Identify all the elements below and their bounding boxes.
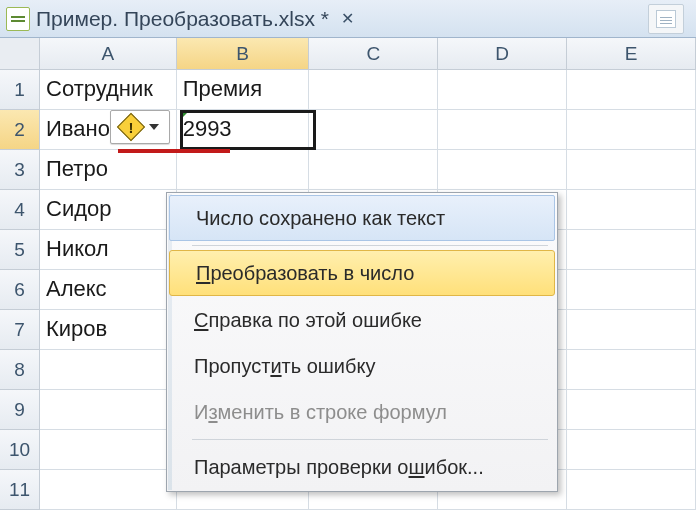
menu-item-error-checking-options[interactable]: Параметры проверки ошибок...: [168, 444, 556, 490]
row-header-8[interactable]: 8: [0, 350, 40, 390]
cell-B1[interactable]: Премия: [177, 70, 310, 110]
cell-B3[interactable]: [177, 150, 310, 190]
menu-item-help-on-error[interactable]: Справка по этой ошибке: [168, 297, 556, 343]
dropdown-arrow-icon: [149, 124, 159, 130]
row-header-7[interactable]: 7: [0, 310, 40, 350]
cell-B2[interactable]: 2993: [177, 110, 310, 150]
col-header-D[interactable]: D: [438, 38, 567, 70]
cell-A9[interactable]: [40, 390, 177, 430]
row-header-1[interactable]: 1: [0, 70, 40, 110]
window-title: Пример. Преобразовать.xlsx *: [36, 7, 329, 31]
row-header-10[interactable]: 10: [0, 430, 40, 470]
error-triangle-icon: [180, 110, 190, 120]
cell-E4[interactable]: [567, 190, 696, 230]
menu-item-convert-to-number[interactable]: Преобразовать в число: [169, 250, 555, 296]
select-all-corner[interactable]: [0, 38, 40, 70]
cell-A1[interactable]: Сотрудник: [40, 70, 177, 110]
error-context-menu: Число сохранено как текст Преобразовать …: [166, 192, 558, 492]
row-header-3[interactable]: 3: [0, 150, 40, 190]
menu-item-label: Параметры проверки ошибок...: [194, 456, 484, 479]
row-header-11[interactable]: 11: [0, 470, 40, 510]
menu-item-label: Преобразовать в число: [196, 262, 414, 285]
menu-item-label: Изменить в строке формул: [194, 401, 447, 424]
menu-item-label: Пропустить ошибку: [194, 355, 375, 378]
cell-A6[interactable]: Алекс: [40, 270, 177, 310]
close-tab-button[interactable]: ✕: [337, 9, 357, 29]
column-headers: A B C D E: [40, 38, 696, 70]
menu-item-label: Справка по этой ошибке: [194, 309, 422, 332]
cell-E9[interactable]: [567, 390, 696, 430]
cell-E8[interactable]: [567, 350, 696, 390]
cell-E1[interactable]: [567, 70, 696, 110]
window-titlebar: Пример. Преобразовать.xlsx * ✕: [0, 0, 696, 38]
cell-E3[interactable]: [567, 150, 696, 190]
annotation-redline: [118, 149, 230, 153]
cell-D1[interactable]: [438, 70, 567, 110]
cell-A8[interactable]: [40, 350, 177, 390]
cell-C2[interactable]: [309, 110, 438, 150]
row-header-2[interactable]: 2: [0, 110, 40, 150]
col-header-C[interactable]: C: [309, 38, 438, 70]
cell-C1[interactable]: [309, 70, 438, 110]
col-header-B[interactable]: B: [177, 38, 310, 70]
cell-C3[interactable]: [309, 150, 438, 190]
cell-A10[interactable]: [40, 430, 177, 470]
warning-diamond-icon: !: [117, 113, 145, 141]
col-header-E[interactable]: E: [567, 38, 696, 70]
menu-header-number-stored-as-text: Число сохранено как текст: [169, 195, 555, 241]
cell-E2[interactable]: [567, 110, 696, 150]
row-headers: 1 2 3 4 5 6 7 8 9 10 11: [0, 70, 40, 510]
cell-E5[interactable]: [567, 230, 696, 270]
cell-A4[interactable]: Сидор: [40, 190, 177, 230]
document-page-icon: [648, 4, 684, 34]
menu-item-ignore-error[interactable]: Пропустить ошибку: [168, 343, 556, 389]
cell-E10[interactable]: [567, 430, 696, 470]
cell-A7[interactable]: Киров: [40, 310, 177, 350]
excel-file-icon: [6, 7, 30, 31]
cell-A5[interactable]: Никол: [40, 230, 177, 270]
row-header-5[interactable]: 5: [0, 230, 40, 270]
row-header-4[interactable]: 4: [0, 190, 40, 230]
cell-D2[interactable]: [438, 110, 567, 150]
cell-E11[interactable]: [567, 470, 696, 510]
cell-D3[interactable]: [438, 150, 567, 190]
cell-E7[interactable]: [567, 310, 696, 350]
error-smarttag-button[interactable]: !: [110, 110, 170, 144]
cell-A11[interactable]: [40, 470, 177, 510]
menu-item-edit-in-formula-bar: Изменить в строке формул: [168, 389, 556, 435]
menu-header-label: Число сохранено как текст: [196, 207, 445, 230]
cell-A3[interactable]: Петро: [40, 150, 177, 190]
col-header-A[interactable]: A: [40, 38, 177, 70]
row-header-9[interactable]: 9: [0, 390, 40, 430]
cell-E6[interactable]: [567, 270, 696, 310]
row-header-6[interactable]: 6: [0, 270, 40, 310]
